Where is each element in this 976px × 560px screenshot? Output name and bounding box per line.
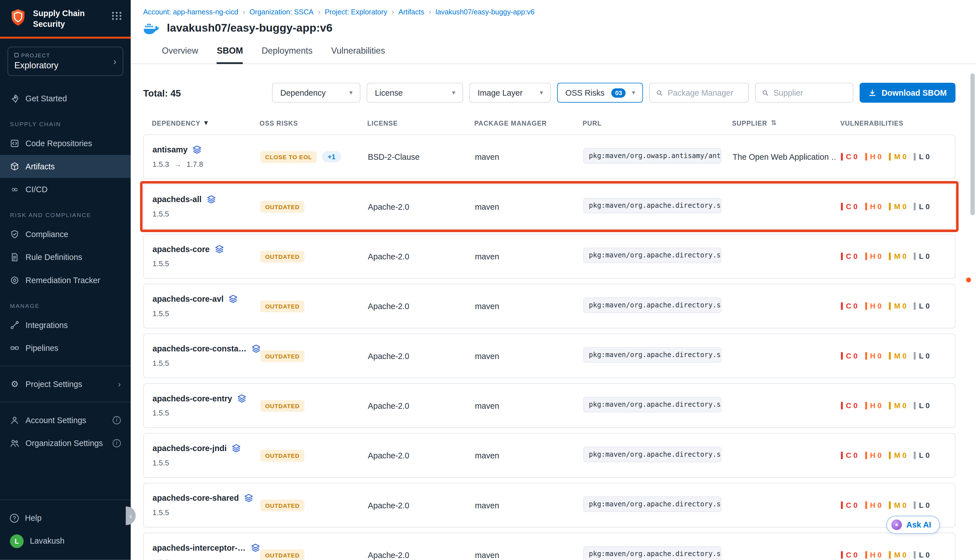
sidebar-item-rule-definitions[interactable]: Rule Definitions [0,245,131,269]
sidebar-item-project-settings[interactable]: ⚙ Project Settings › [0,373,131,396]
vuln-count: C 0 [841,302,858,310]
oss-risks-filter-dropdown[interactable]: OSS Risks 03 ▼ [557,83,643,103]
integrations-icon [10,320,19,330]
risk-badge: OUTDATED [260,350,304,362]
breadcrumb-account[interactable]: Account: app-harness-ng-cicd [143,8,239,15]
license-filter-dropdown[interactable]: License ▼ [367,83,464,103]
sidebar-item-account-settings[interactable]: Account Settings i [0,409,131,432]
dependency-version: 1.5.5 [152,458,260,467]
vuln-count: H 0 [865,402,882,409]
supplier-search-input[interactable] [774,88,847,97]
organization-icon [10,438,19,448]
table-row[interactable]: apacheds-core-jndi 1.5.5 OUTDATED Apache… [143,433,955,478]
ask-ai-button[interactable]: ★ Ask AI [886,516,940,534]
purl-value: pkg:maven/org.apache.directory.s… [583,297,721,312]
sidebar-item-pipelines[interactable]: Pipelines [0,337,131,360]
rocket-icon [10,94,19,103]
risk-badge: OUTDATED [260,250,304,262]
info-icon: i [113,439,121,447]
vulnerability-counts: C 0H 0M 0L 0 [841,302,955,310]
license-value: Apache-2.0 [368,351,475,360]
scs-logo-icon [9,8,27,27]
tab-vulnerabilities[interactable]: Vulnerabilities [331,45,385,63]
vuln-count: L 0 [914,302,929,310]
oss-risk-badges: OUTDATED [260,400,368,412]
section-risk-compliance: RISK AND COMPLIANCE [0,201,131,222]
sidebar-item-help[interactable]: ? Help [0,507,131,530]
app-launcher-icon[interactable] [112,8,122,20]
info-icon: i [113,416,121,424]
vuln-count: H 0 [865,502,882,509]
column-header-supplier[interactable]: SUPPLIER ⇅ [732,119,841,127]
sidebar-item-compliance[interactable]: Compliance [0,223,131,246]
layers-icon [237,394,247,403]
layers-icon [229,294,238,304]
sidebar-item-remediation-tracker[interactable]: Remediation Tracker [0,269,131,292]
package-manager-value: maven [475,401,584,410]
risk-badge: OUTDATED [260,449,304,461]
package-manager-search [649,83,749,103]
package-manager-search-input[interactable] [667,88,742,97]
table-row[interactable]: apacheds-all 1.5.5 OUTDATED Apache-2.0 m… [143,184,955,229]
tab-overview[interactable]: Overview [162,45,198,63]
table-row[interactable]: apacheds-core-avl 1.5.5 OUTDATED Apache-… [143,284,955,328]
download-sbom-button[interactable]: Download SBOM [860,83,955,103]
risk-badge: OUTDATED [260,300,304,312]
vuln-count: H 0 [865,551,882,558]
sidebar-item-integrations[interactable]: Integrations [0,313,131,337]
dependency-version: 1.5.5 [152,409,260,417]
license-value: Apache-2.0 [368,202,475,211]
package-manager-value: maven [475,550,584,560]
table-row[interactable]: apacheds-core-shared 1.5.5 OUTDATED Apac… [143,483,955,528]
table-row[interactable]: apacheds-core-consta… 1.5.5 OUTDATED Apa… [143,333,955,378]
dependency-name: apacheds-core-consta… [152,344,247,353]
dependency-version: 1.5.5 [152,259,260,268]
total-count: Total: 45 [143,88,181,98]
app-title: Supply Chain Security [33,8,107,30]
dependency-cell: apacheds-core-shared 1.5.5 [152,493,260,517]
chevron-right-icon: › [429,7,431,16]
purl-value: pkg:maven/org.apache.directory.s… [583,446,721,462]
table-row[interactable]: apacheds-core-entry 1.5.5 OUTDATED Apach… [143,383,955,428]
page-title: lavakush07/easy-buggy-app:v6 [167,22,333,35]
dependency-filter-dropdown[interactable]: Dependency ▼ [272,83,360,103]
tab-deployments[interactable]: Deployments [262,45,313,63]
vulnerability-counts: C 0H 0M 0L 0 [841,402,955,409]
ai-sparkle-icon: ★ [891,519,902,530]
image-layer-filter-dropdown[interactable]: Image Layer ▼ [470,83,551,103]
breadcrumb-artifacts[interactable]: Artifacts [399,8,424,15]
oss-risk-badges: OUTDATED [260,350,368,362]
column-header-dependency[interactable]: DEPENDENCY ▼ [152,119,260,127]
project-selector[interactable]: PROJECT Exploratory › [7,47,123,76]
vuln-count: M 0 [889,153,906,160]
risk-badge: OUTDATED [260,499,304,511]
sidebar-item-cicd[interactable]: ∞ CI/CD [0,178,131,201]
breadcrumb-artifact-name[interactable]: lavakush07/easy-buggy-app:v6 [435,8,535,15]
vertical-scrollbar-thumb[interactable] [970,73,974,215]
sidebar-item-code-repositories[interactable]: Code Repositories [0,132,131,155]
table-row[interactable]: apacheds-interceptor-… 1.5.5 OUTDATED Ap… [143,533,955,560]
dependency-cell: apacheds-core-entry 1.5.5 [152,394,260,417]
oss-risk-badges: OUTDATED [260,499,368,511]
table-row[interactable]: apacheds-core 1.5.5 OUTDATED Apache-2.0 … [143,234,955,279]
sidebar-item-artifacts[interactable]: Artifacts [0,155,131,178]
dependency-version: 1.5.5 [152,309,260,318]
breadcrumb-project[interactable]: Project: Exploratory [325,8,387,15]
vuln-count: M 0 [889,402,906,409]
user-menu[interactable]: L Lavakush [0,530,131,553]
dependency-version: 1.5.5 [152,558,260,560]
vuln-count: C 0 [841,352,858,360]
breadcrumb-organization[interactable]: Organization: SSCA [249,8,314,15]
table-row[interactable]: antisamy 1.5.3→1.7.8 CLOSE TO EOL+1 BSD-… [143,134,955,179]
tab-sbom[interactable]: SBOM [217,45,243,63]
page-header: lavakush07/easy-buggy-app:v6 [131,16,976,35]
column-header-license: LICENSE [367,119,474,127]
sidebar-item-organization-settings[interactable]: Organization Settings i [0,432,131,455]
risk-badge: OUTDATED [260,549,304,560]
sidebar-item-get-started[interactable]: Get Started [0,87,131,110]
purl-value: pkg:maven/org.apache.directory.s… [583,546,721,560]
repository-icon [10,138,19,148]
sidebar-divider [0,500,131,500]
vulnerability-counts: C 0H 0M 0L 0 [841,153,955,160]
vuln-count: L 0 [914,153,929,160]
